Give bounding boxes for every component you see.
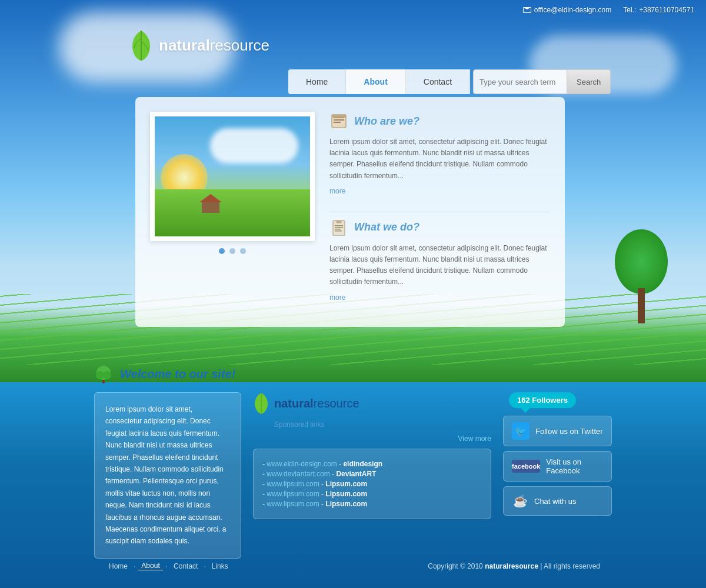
bottom-nav-links[interactable]: Links [209, 562, 231, 570]
chat-button[interactable]: ☕ Chat with us [503, 486, 612, 516]
sponsor-leaf-icon [253, 392, 269, 415]
view-more[interactable]: View more [253, 435, 491, 443]
footer-columns: Lorem ipsum dolor sit amet, consectetur … [94, 392, 612, 559]
search-input[interactable] [473, 69, 567, 94]
link-5: - www.lipsum.com - Lipsum.com [262, 500, 482, 508]
chat-icon: ☕ [512, 493, 528, 509]
sponsor-links: - www.eldin-design.com - eldindesign - w… [253, 449, 491, 519]
section2-header: What we do? [329, 218, 550, 237]
chat-label: Chat with us [534, 497, 577, 506]
section1-more-link[interactable]: more [329, 187, 345, 195]
sponsor-logo-text: naturalresource [274, 397, 359, 410]
svg-rect-6 [335, 225, 343, 226]
logo-leaf-icon [129, 29, 153, 62]
tree-decoration [612, 229, 671, 323]
section2-text: Lorem ipsum dolor sit amet, consectetur … [329, 243, 550, 288]
bottom-nav-contact[interactable]: Contact [171, 562, 201, 570]
section2-more-link[interactable]: more [329, 293, 345, 302]
slider-area [150, 112, 315, 312]
email-icon [523, 7, 531, 13]
logo-bold: natural [159, 36, 210, 54]
section1-header: Who are we? [329, 112, 550, 131]
section2-title: What we do? [354, 221, 419, 233]
what-we-do-icon [329, 218, 348, 237]
slide-dot-2[interactable] [229, 248, 235, 254]
twitter-label: Follow us on Twitter [535, 427, 603, 436]
copyright: Copyright © 2010 naturalresource | All r… [428, 562, 600, 570]
email-contact: office@eldin-design.com [523, 6, 611, 14]
bottom-nav-links: Home · About · Contact · Links [106, 562, 231, 570]
logo-light: resource [210, 36, 269, 54]
link-1: - www.eldin-design.com - eldindesign [262, 460, 482, 468]
section1-title: Who are we? [354, 115, 419, 128]
nav-home[interactable]: Home [288, 69, 346, 94]
search-box: Search [473, 69, 611, 94]
footer-social: 162 Followers 🐦 Follow us on Twitter fac… [503, 392, 612, 516]
slide-image [155, 116, 310, 236]
slide-dot-1[interactable] [219, 248, 225, 254]
slider-dots [150, 248, 315, 254]
link-4: - www.lipsum.com - Lipsum.com [262, 490, 482, 498]
svg-rect-7 [335, 227, 343, 228]
header: office@eldin-design.com Tel.: +387611070… [0, 0, 706, 94]
logo-text: naturalresource [159, 36, 269, 55]
bottom-nav-about[interactable]: About [138, 562, 162, 570]
welcome-row: Welcome to our site! [94, 365, 612, 383]
logo-area: naturalresource [129, 29, 269, 62]
footer-center: naturalresource Sponsored links View mor… [253, 392, 491, 519]
facebook-label: Visit us on Facebook [546, 457, 603, 475]
facebook-icon: facebook [512, 460, 540, 473]
tel-label: Tel.: [623, 6, 636, 14]
ground-decoration [155, 189, 310, 236]
welcome-title: Welcome to our site! [120, 368, 235, 381]
footer-textbox: Lorem ipsum dolor sit amet, consectetur … [94, 392, 241, 559]
svg-rect-3 [334, 122, 341, 123]
search-button[interactable]: Search [567, 69, 611, 94]
house-decoration [202, 201, 219, 213]
bottom-nav-home[interactable]: Home [106, 562, 131, 570]
slide-frame [150, 112, 315, 241]
twitter-button[interactable]: 🐦 Follow us on Twitter [503, 416, 612, 446]
svg-point-13 [103, 371, 111, 379]
cloud-decoration [210, 128, 298, 163]
followers-bubble: 162 Followers [509, 392, 576, 408]
tree-small-icon [94, 365, 113, 383]
svg-rect-9 [335, 230, 342, 232]
nav-about[interactable]: About [346, 69, 405, 94]
svg-rect-2 [334, 119, 344, 121]
facebook-button[interactable]: facebook Visit us on Facebook [503, 451, 612, 482]
footer-section: Welcome to our site! Lorem ipsum dolor s… [0, 365, 706, 559]
content-right: Who are we? Lorem ipsum dolor sit amet, … [329, 112, 550, 312]
svg-rect-8 [335, 229, 341, 230]
svg-rect-4 [332, 115, 346, 118]
twitter-icon: 🐦 [512, 422, 530, 440]
nav-contact[interactable]: Contact [406, 69, 470, 94]
main-panel: Who are we? Lorem ipsum dolor sit amet, … [135, 97, 565, 327]
sponsor-logo: naturalresource [253, 392, 491, 415]
section-divider [329, 212, 550, 212]
link-3: - www.lipsum.com - Lipsum.com [262, 480, 482, 488]
svg-point-12 [96, 371, 104, 379]
link-2: - www.deviantart.com - DeviantART [262, 470, 482, 478]
tel-contact: Tel.: +3876110704571 [623, 6, 694, 14]
section1-text: Lorem ipsum dolor sit amet, consectetur … [329, 136, 550, 182]
navigation: Home About Contact Search [288, 69, 611, 94]
sponsored-label: Sponsored links [274, 420, 491, 429]
slide-dot-3[interactable] [240, 248, 246, 254]
footer-body-text: Lorem ipsum dolor sit amet, consectetur … [105, 403, 230, 547]
who-are-we-icon [329, 112, 348, 131]
bottom-nav: Home · About · Contact · Links Copyright… [0, 562, 706, 570]
contact-bar: office@eldin-design.com Tel.: +387611070… [523, 6, 694, 14]
email-text: office@eldin-design.com [534, 6, 611, 14]
tel-text: +3876110704571 [639, 6, 694, 14]
